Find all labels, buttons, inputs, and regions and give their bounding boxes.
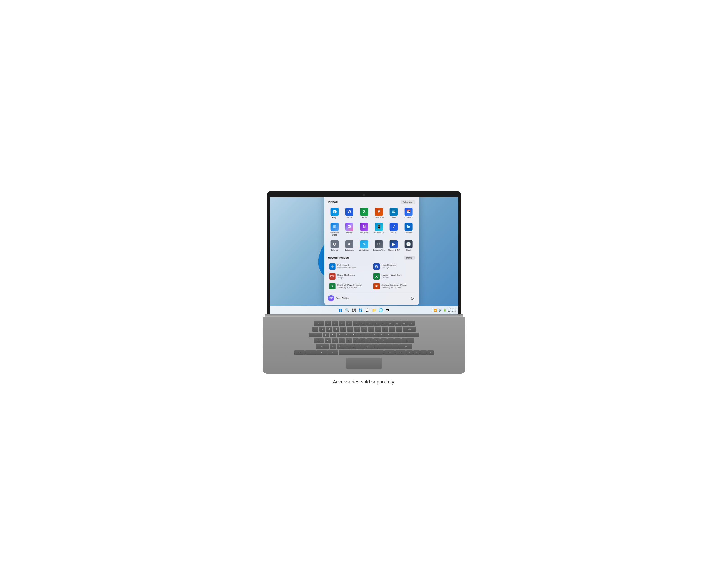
key-v[interactable]: V [350, 344, 357, 349]
key-space[interactable] [339, 350, 384, 355]
key-i[interactable]: I [372, 333, 378, 338]
key-minus[interactable] [389, 327, 395, 332]
key-q[interactable]: Q [323, 333, 329, 338]
key-e[interactable]: E [337, 333, 343, 338]
taskbar-search-icon[interactable]: 🔍 [344, 308, 350, 313]
trackpad[interactable] [346, 358, 382, 369]
rec-adatum[interactable]: P Adatum Company Profile Yesterday at 1:… [372, 282, 415, 291]
key-7[interactable]: 7 [361, 327, 368, 332]
key-equals[interactable] [396, 327, 402, 332]
app-mail[interactable]: ✉ Mail [387, 206, 401, 220]
key-n[interactable]: N [365, 344, 371, 349]
key-f6[interactable]: F6 [359, 321, 366, 326]
key-1[interactable]: 1 [319, 327, 325, 332]
key-f3[interactable]: F3 [339, 321, 345, 326]
key-up[interactable]: ↑ [413, 350, 420, 355]
key-backspace[interactable]: Bksp [403, 327, 416, 332]
key-k[interactable]: K [374, 338, 380, 343]
app-photos[interactable]: 🖼 Photos [343, 221, 356, 237]
key-g[interactable]: G [352, 338, 359, 343]
app-powerpoint[interactable]: P PowerPoint [372, 206, 386, 220]
rec-expense[interactable]: X Expense Worksheet 12h ago [372, 272, 415, 281]
key-f2[interactable]: F2 [331, 321, 338, 326]
key-f7[interactable]: F7 [367, 321, 373, 326]
key-del[interactable]: Del [408, 321, 415, 326]
key-u[interactable]: U [365, 333, 371, 338]
app-onenote[interactable]: N OneNote [357, 221, 371, 237]
taskbar-chevron-icon[interactable]: ∧ [431, 309, 432, 311]
app-snipping[interactable]: ✂ Snipping Tool [372, 239, 386, 253]
key-f5[interactable]: F5 [352, 321, 359, 326]
key-rctrl[interactable]: Ctrl [395, 350, 406, 355]
key-rbracket[interactable] [399, 333, 406, 338]
key-s[interactable]: S [331, 338, 338, 343]
app-whiteboard[interactable]: ✎ Whiteboard [357, 239, 371, 253]
key-quote[interactable] [395, 338, 401, 343]
key-f4[interactable]: F4 [346, 321, 352, 326]
more-button[interactable]: More › [404, 256, 415, 260]
taskbar-edge-icon[interactable]: 🌐 [378, 308, 384, 313]
taskbar-windows-icon[interactable] [338, 308, 343, 313]
taskbar-taskview-icon[interactable] [351, 308, 356, 313]
key-alt[interactable]: Alt [327, 350, 338, 355]
key-r[interactable]: R [344, 333, 350, 338]
app-todo[interactable]: ✓ To Do [387, 221, 401, 237]
key-backtick[interactable] [312, 327, 318, 332]
rec-brand[interactable]: PDF Brand Guidelines 2h ago [328, 272, 371, 281]
key-t[interactable]: T [350, 333, 357, 338]
key-tab[interactable]: Tab [309, 333, 322, 338]
key-a[interactable]: A [325, 338, 331, 343]
key-m[interactable]: M [372, 344, 378, 349]
taskbar-teams-icon[interactable]: 💬 [365, 308, 370, 313]
key-comma[interactable] [378, 344, 385, 349]
key-d[interactable]: D [339, 338, 345, 343]
taskbar-battery-icon[interactable]: 🔋 [443, 309, 446, 312]
key-c[interactable]: C [344, 344, 350, 349]
key-esc[interactable]: Esc [314, 321, 324, 326]
taskbar-volume-icon[interactable]: 🔊 [438, 309, 442, 312]
key-f10[interactable]: F10 [387, 321, 394, 326]
key-h[interactable]: H [359, 338, 366, 343]
key-right[interactable]: → [427, 350, 434, 355]
key-9[interactable]: 9 [375, 327, 381, 332]
user-info[interactable]: SP Sara Philips [328, 295, 349, 301]
key-f8[interactable]: F8 [374, 321, 380, 326]
key-f1[interactable]: F1 [325, 321, 331, 326]
key-2[interactable]: 2 [326, 327, 332, 332]
key-caps[interactable]: Caps [314, 338, 324, 343]
app-store[interactable]: ⊞ Microsoft Store [328, 221, 342, 237]
key-x[interactable]: X [337, 344, 343, 349]
app-excel[interactable]: X Excel [357, 206, 371, 220]
taskbar-widgets-icon[interactable] [358, 308, 363, 313]
key-b[interactable]: B [357, 344, 364, 349]
key-slash[interactable] [392, 344, 399, 349]
app-phone[interactable]: 📱 Your Phone [372, 221, 386, 237]
app-word[interactable]: W Word [343, 206, 356, 220]
key-ralt[interactable]: Alt [384, 350, 395, 355]
key-3[interactable]: 3 [333, 327, 340, 332]
rec-travel[interactable]: W Travel Itinerary 17m ago [372, 262, 415, 271]
power-button[interactable]: ⏻ [409, 295, 415, 301]
key-lshift[interactable]: Shift [316, 344, 329, 349]
key-f12[interactable]: F12 [401, 321, 408, 326]
key-semi[interactable] [387, 338, 394, 343]
key-w[interactable]: W [329, 333, 336, 338]
key-enter[interactable]: Enter [401, 338, 414, 343]
key-ctrl[interactable]: Ctrl [294, 350, 305, 355]
app-clock[interactable]: 🕐 Clock [402, 239, 415, 253]
app-linkedin[interactable]: in LinkedIn [402, 221, 415, 237]
key-lbracket[interactable] [392, 333, 399, 338]
key-y[interactable]: Y [357, 333, 364, 338]
key-backslash[interactable] [406, 333, 419, 338]
key-z[interactable]: Z [329, 344, 336, 349]
taskbar-store-icon[interactable]: 🛍 [385, 308, 390, 313]
key-8[interactable]: 8 [368, 327, 374, 332]
key-period[interactable] [385, 344, 392, 349]
key-l[interactable]: L [380, 338, 387, 343]
key-f[interactable]: F [346, 338, 352, 343]
taskbar-files-icon[interactable]: 📁 [372, 308, 377, 313]
key-win[interactable]: ⊞ [316, 350, 327, 355]
key-fn[interactable]: Fn [305, 350, 316, 355]
key-p[interactable]: P [385, 333, 392, 338]
app-edge[interactable]: Edge [328, 206, 342, 220]
